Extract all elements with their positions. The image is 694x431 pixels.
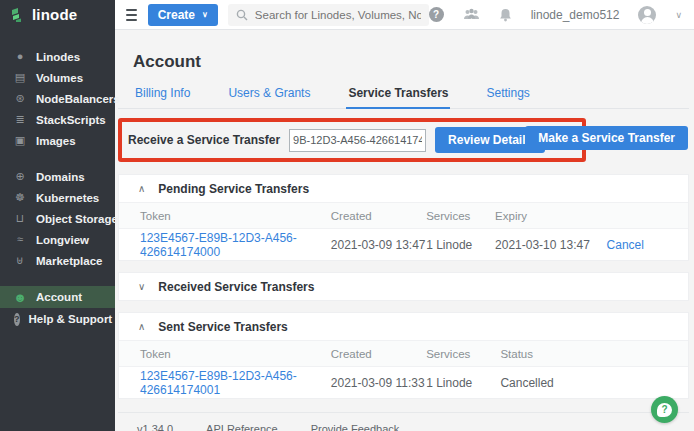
logo-text: linode bbox=[32, 6, 77, 23]
col-status: Status bbox=[500, 348, 670, 360]
linode-logo-icon bbox=[10, 7, 26, 23]
received-transfers-panel: ∨ Received Service Transfers bbox=[118, 272, 689, 301]
col-expiry: Expiry bbox=[495, 210, 590, 222]
sidebar-item-linodes[interactable]: ● Linodes bbox=[0, 46, 115, 67]
stackscripts-icon: ≣ bbox=[13, 114, 27, 125]
main-content: Account Billing Info Users & Grants Serv… bbox=[115, 30, 694, 431]
pending-table-header: Token Created Services Expiry bbox=[119, 202, 688, 229]
col-services: Services bbox=[426, 210, 495, 222]
kubernetes-icon: ☸ bbox=[13, 192, 27, 203]
cell-created: 2021-03-09 11:33 bbox=[331, 376, 426, 390]
col-services: Services bbox=[426, 348, 500, 360]
cancel-link[interactable]: Cancel bbox=[607, 238, 644, 252]
transfer-token-input[interactable] bbox=[289, 129, 426, 152]
tab-settings[interactable]: Settings bbox=[484, 86, 531, 108]
annotation-highlight-box: Receive a Service Transfer Review Detail… bbox=[118, 118, 586, 162]
domains-icon: ⊕ bbox=[13, 171, 27, 182]
collapse-chevron-up-icon: ∧ bbox=[138, 184, 145, 194]
search-input[interactable] bbox=[255, 9, 421, 21]
linodes-icon: ● bbox=[13, 51, 27, 62]
user-avatar[interactable] bbox=[638, 6, 656, 24]
sidebar-item-kubernetes[interactable]: ☸ Kubernetes bbox=[0, 187, 115, 208]
sidebar-item-account[interactable]: ☻ Account bbox=[0, 286, 115, 308]
sidebar-item-nodebalancers[interactable]: ⊛ NodeBalancers bbox=[0, 88, 115, 109]
cell-status: Cancelled bbox=[500, 376, 670, 390]
footer: v1.34.0 API Reference Provide Feedback bbox=[118, 412, 689, 431]
table-row: 123E4567-E89B-12D3-A456-426614174001 202… bbox=[119, 367, 688, 398]
sidebar-item-help-support[interactable]: ? Help & Support bbox=[0, 308, 115, 330]
search-bar[interactable] bbox=[228, 4, 429, 26]
pending-transfers-header[interactable]: ∧ Pending Service Transfers bbox=[119, 175, 688, 202]
app-window: linode Create ∨ ? bbox=[0, 0, 694, 431]
search-icon bbox=[236, 9, 248, 21]
help-icon[interactable]: ? bbox=[429, 7, 444, 22]
help-chat-button[interactable]: ? bbox=[651, 396, 678, 423]
tab-billing-info[interactable]: Billing Info bbox=[133, 86, 192, 108]
account-menu-chevron-icon[interactable]: ∨ bbox=[675, 10, 682, 20]
menu-hamburger-icon[interactable] bbox=[126, 9, 137, 21]
account-tabs: Billing Info Users & Grants Service Tran… bbox=[118, 86, 689, 109]
sidebar-item-stackscripts[interactable]: ≣ StackScripts bbox=[0, 109, 115, 130]
username[interactable]: linode_demo512 bbox=[531, 8, 620, 22]
create-button[interactable]: Create ∨ bbox=[148, 4, 218, 26]
pending-transfers-panel: ∧ Pending Service Transfers Token Create… bbox=[118, 174, 689, 261]
sidebar-item-images[interactable]: ▣ Images bbox=[0, 130, 115, 151]
community-icon[interactable] bbox=[463, 8, 480, 21]
sent-table-header: Token Created Services Status bbox=[119, 340, 688, 367]
api-reference-link[interactable]: API Reference bbox=[206, 423, 278, 431]
provide-feedback-link[interactable]: Provide Feedback bbox=[311, 423, 400, 431]
sidebar-item-volumes[interactable]: ▤ Volumes bbox=[0, 67, 115, 88]
create-button-label: Create bbox=[158, 8, 195, 22]
sidebar-item-object-storage[interactable]: ⊔ Object Storage bbox=[0, 208, 115, 229]
sidebar-item-longview[interactable]: ≈ Longview bbox=[0, 229, 115, 250]
cell-services: 1 Linode bbox=[426, 238, 495, 252]
logo[interactable]: linode bbox=[0, 0, 115, 30]
images-icon: ▣ bbox=[13, 135, 27, 146]
sent-transfers-header[interactable]: ∧ Sent Service Transfers bbox=[119, 313, 688, 340]
topbar: linode Create ∨ ? bbox=[0, 0, 694, 30]
sidebar-item-domains[interactable]: ⊕ Domains bbox=[0, 166, 115, 187]
col-token: Token bbox=[140, 348, 331, 360]
cell-expiry: 2021-03-10 13:47 bbox=[495, 238, 590, 252]
tab-users-grants[interactable]: Users & Grants bbox=[226, 86, 312, 108]
object-storage-icon: ⊔ bbox=[13, 213, 27, 224]
sidebar-item-marketplace[interactable]: ⊎ Marketplace bbox=[0, 250, 115, 271]
chevron-down-icon: ∨ bbox=[202, 11, 208, 19]
col-created: Created bbox=[331, 348, 426, 360]
page-title: Account bbox=[133, 52, 689, 72]
cell-services: 1 Linode bbox=[426, 376, 500, 390]
version-label: v1.34.0 bbox=[137, 423, 173, 431]
help-chat-question-icon: ? bbox=[657, 403, 672, 417]
nodebalancers-icon: ⊛ bbox=[13, 93, 27, 104]
token-link[interactable]: 123E4567-E89B-12D3-A456-426614174000 bbox=[140, 231, 331, 259]
received-transfers-header[interactable]: ∨ Received Service Transfers bbox=[119, 273, 688, 300]
transfer-action-row: Receive a Service Transfer Review Detail… bbox=[118, 118, 689, 163]
expand-chevron-down-icon: ∨ bbox=[138, 282, 145, 292]
tab-service-transfers[interactable]: Service Transfers bbox=[346, 86, 450, 109]
help-support-icon: ? bbox=[14, 313, 20, 326]
col-token: Token bbox=[140, 210, 331, 222]
cell-created: 2021-03-09 13:47 bbox=[331, 238, 426, 252]
volumes-icon: ▤ bbox=[13, 72, 27, 83]
table-row: 123E4567-E89B-12D3-A456-426614174000 202… bbox=[119, 229, 688, 260]
marketplace-icon: ⊎ bbox=[13, 255, 27, 266]
make-service-transfer-button[interactable]: Make a Service Transfer bbox=[525, 126, 688, 150]
sent-transfers-panel: ∧ Sent Service Transfers Token Created S… bbox=[118, 312, 689, 399]
notifications-bell-icon[interactable] bbox=[499, 8, 512, 22]
token-link[interactable]: 123E4567-E89B-12D3-A456-426614174001 bbox=[140, 369, 331, 397]
account-icon: ☻ bbox=[13, 291, 27, 304]
receive-transfer-label: Receive a Service Transfer bbox=[128, 133, 280, 147]
topbar-icons: ? linode_demo512 ∨ bbox=[429, 6, 694, 24]
sidebar: ● Linodes ▤ Volumes ⊛ NodeBalancers ≣ St… bbox=[0, 30, 115, 431]
col-created: Created bbox=[331, 210, 426, 222]
collapse-chevron-up-icon: ∧ bbox=[138, 322, 145, 332]
longview-icon: ≈ bbox=[13, 234, 27, 245]
